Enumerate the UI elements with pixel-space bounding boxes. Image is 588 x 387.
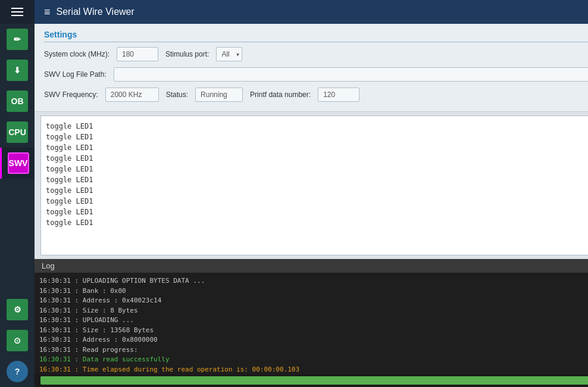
progress-bar-track [40, 376, 588, 385]
settings-row-1: System clock (MHz): Stimulus port: All 0… [44, 47, 588, 61]
download-icon: ⬇ [7, 60, 28, 81]
help-icon: ? [7, 361, 28, 382]
swv-freq-label: SWV Frequency: [44, 90, 98, 99]
status-input [195, 88, 243, 102]
list-item: toggle LED1 [46, 174, 588, 185]
list-item: toggle LED1 [46, 142, 588, 153]
list-item: toggle LED1 [46, 185, 588, 196]
swv-freq-input[interactable] [105, 88, 159, 102]
swv-icon: SWV [8, 152, 29, 174]
sidebar-item-help[interactable]: ? [0, 356, 35, 387]
log-title: Log [42, 261, 55, 270]
list-item: toggle LED1 [46, 196, 588, 207]
system-clock-label: System clock (MHz): [44, 50, 110, 58]
main-content: ≡ Serial Wire Viewer Settings System clo… [35, 0, 588, 387]
content-area: toggle LED1 toggle LED1 toggle LED1 togg… [35, 112, 588, 259]
settings-panel: Settings System clock (MHz): Stimulus po… [35, 24, 588, 112]
swv-output: toggle LED1 toggle LED1 toggle LED1 togg… [40, 116, 588, 255]
printf-input[interactable] [318, 88, 359, 102]
list-item: toggle LED1 [46, 132, 588, 142]
app-title: Serial Wire Viewer [57, 7, 135, 17]
log-line: 16:30:31 : Read progress: [39, 345, 588, 355]
bottom-bar: ✕ [35, 374, 588, 387]
log-content: 16:30:31 : UPLOADING OPTION BYTES DATA .… [35, 273, 588, 374]
bottom-log-section: Log Verbosity level 1 2 3 [35, 259, 588, 387]
sidebar-item-download[interactable]: ⬇ [0, 55, 35, 86]
log-header: Log Verbosity level 1 2 3 [35, 259, 588, 273]
log-line: 16:30:31 : UPLOADING ... [39, 316, 588, 326]
swv-log-label: SWV Log File Path: [44, 70, 107, 79]
list-item: toggle LED1 [46, 217, 588, 228]
list-item: toggle LED1 [46, 164, 588, 174]
list-item: toggle LED1 [46, 153, 588, 164]
sidebar-item-plugin[interactable]: ⊙ [0, 325, 35, 356]
sidebar-item-ob[interactable]: OB [0, 86, 35, 117]
sidebar-menu-button[interactable] [0, 0, 35, 24]
log-line-orange-1: 16:30:31 : Time elapsed during the read … [39, 365, 588, 374]
swv-log-input[interactable] [114, 67, 588, 82]
stimulus-port-wrapper: All 0 1 2 [216, 47, 242, 61]
sidebar-item-cpu[interactable]: CPU [0, 117, 35, 148]
progress-bar-fill [40, 376, 588, 385]
settings-row-3: SWV Frequency: Status: Printf data numbe… [44, 88, 588, 102]
settings-title: Settings [44, 30, 588, 42]
file-path-wrapper: ▾ [114, 67, 588, 82]
plugin-icon: ⊙ [7, 330, 28, 351]
sidebar-item-edit[interactable]: ✏ [0, 24, 35, 55]
log-line: 16:30:31 : Size : 13568 Bytes [39, 326, 588, 336]
cpu-icon: CPU [7, 121, 28, 143]
hamburger-icon [11, 8, 23, 16]
stimulus-port-select[interactable]: All 0 1 2 [216, 47, 242, 61]
log-content-wrapper: 16:30:31 : UPLOADING OPTION BYTES DATA .… [35, 273, 588, 374]
stimulus-port-label: Stimulus port: [165, 50, 209, 58]
settings-gear-icon: ⚙ [7, 299, 28, 320]
log-line: 16:30:31 : Size : 8 Bytes [39, 306, 588, 316]
sidebar-item-settings[interactable]: ⚙ [0, 294, 35, 325]
status-label: Status: [166, 90, 188, 99]
title-icon: ≡ [44, 6, 51, 18]
system-clock-input[interactable] [117, 47, 158, 61]
log-line-green: 16:30:31 : Data read successfully [39, 355, 588, 365]
ob-icon: OB [7, 90, 28, 112]
edit-icon: ✏ [7, 29, 28, 50]
printf-label: Printf data number: [250, 90, 311, 99]
log-line: 16:30:31 : UPLOADING OPTION BYTES DATA .… [39, 276, 588, 286]
log-line: 16:30:31 : Address : 0x40023c14 [39, 296, 588, 306]
list-item: toggle LED1 [46, 121, 588, 132]
log-line: 16:30:31 : Bank : 0x00 [39, 286, 588, 297]
log-line: 16:30:31 : Address : 0x8000000 [39, 335, 588, 345]
sidebar-item-swv[interactable]: SWV [0, 148, 35, 179]
sidebar: ✏ ⬇ OB CPU SWV ⚙ ⊙ ? [0, 0, 35, 387]
list-item: toggle LED1 [46, 207, 588, 217]
title-bar: ≡ Serial Wire Viewer [35, 0, 588, 24]
settings-row-2: SWV Log File Path: ▾ Browse [44, 65, 588, 84]
